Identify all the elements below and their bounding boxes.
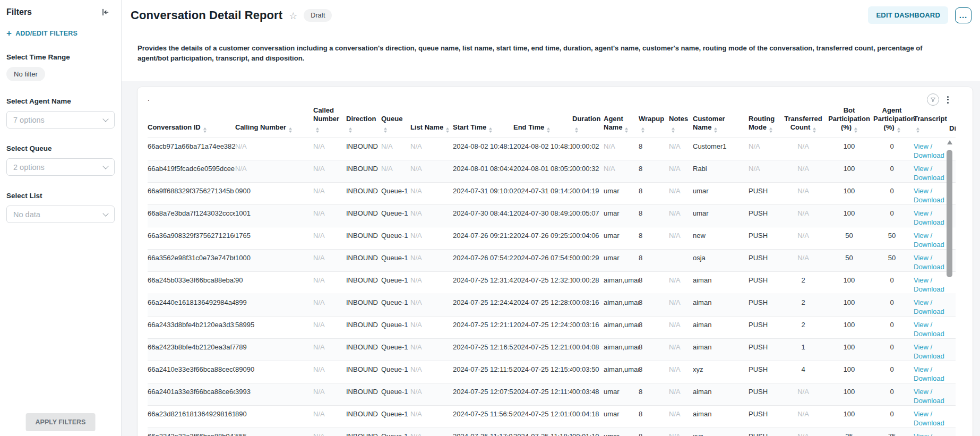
cell-routing_mode: N/A (749, 160, 781, 183)
column-header-bot_participation[interactable]: Bot Participation (%) (828, 106, 873, 138)
sort-icon[interactable] (897, 127, 900, 133)
column-header-duration[interactable]: Duration (572, 106, 604, 138)
download-transcript-link[interactable]: Download (914, 285, 946, 294)
cell-called_number: N/A (313, 406, 346, 428)
edit-dashboard-button[interactable]: EDIT DASHBOARD (868, 6, 948, 24)
cell-agent_participation: 0 (873, 183, 914, 205)
cell-called_number: N/A (313, 383, 346, 406)
sort-icon[interactable] (813, 127, 816, 133)
column-header-wrapup[interactable]: Wrapup (639, 106, 669, 138)
cell-notes: N/A (669, 383, 693, 406)
widget-kebab-icon[interactable] (944, 94, 951, 106)
cell-calling_number: 3993 (235, 383, 313, 406)
cell-wrapup: 8 (639, 294, 669, 317)
column-header-conversation_id[interactable]: Conversation ID (148, 106, 235, 138)
cell-duration: 00:00:29 (572, 250, 604, 272)
scroll-up-icon[interactable] (947, 140, 952, 144)
cell-queue: Queue-1 (381, 272, 410, 294)
cell-bot_participation: 100 (828, 160, 873, 183)
cell-transferred_count: 2 (781, 317, 828, 339)
cell-queue: Queue-1 (381, 183, 410, 205)
agent-name-select[interactable]: 7 options (6, 111, 115, 129)
view-transcript-link[interactable]: View / (914, 276, 946, 285)
sort-icon[interactable] (672, 127, 675, 133)
view-transcript-link[interactable]: View / (914, 409, 946, 418)
column-header-direction[interactable]: Direction (346, 106, 381, 138)
column-header-called_number[interactable]: Called Number (313, 106, 346, 138)
collapse-sidebar-icon[interactable] (101, 8, 109, 16)
queue-select[interactable]: 2 options (6, 158, 115, 176)
column-header-agent_participation[interactable]: Agent Participation (%) (873, 106, 914, 138)
sort-icon[interactable] (349, 127, 352, 133)
sort-icon[interactable] (641, 127, 644, 133)
download-transcript-link[interactable]: Download (914, 374, 946, 383)
cell-notes: N/A (669, 205, 693, 227)
sort-icon[interactable] (384, 127, 387, 133)
download-transcript-link[interactable]: Download (914, 195, 946, 204)
view-transcript-link[interactable]: View / (914, 432, 946, 436)
sort-icon[interactable] (916, 127, 919, 133)
column-header-customer_name[interactable]: Customer Name (693, 106, 749, 138)
view-transcript-link[interactable]: View / (914, 209, 946, 218)
sort-icon[interactable] (625, 127, 628, 133)
more-options-button[interactable]: ... (955, 7, 972, 23)
sort-icon[interactable] (289, 127, 292, 133)
column-header-transferred_count[interactable]: Transferred Count (781, 106, 828, 138)
view-transcript-link[interactable]: View / (914, 164, 946, 173)
apply-filters-button[interactable]: APPLY FILTERS (26, 413, 96, 431)
sort-icon[interactable] (547, 127, 550, 133)
view-transcript-link[interactable]: View / (914, 320, 946, 329)
cell-customer_name: aiman (693, 294, 749, 317)
view-transcript-link[interactable]: View / (914, 142, 946, 151)
add-edit-filters-button[interactable]: + ADD/EDIT FILTERS (6, 30, 78, 37)
cell-end_time: 2024-07-26 09:25:26 (513, 227, 572, 250)
column-header-calling_number[interactable]: Calling Number (235, 106, 313, 138)
download-transcript-link[interactable]: Download (914, 173, 946, 182)
view-transcript-link[interactable]: View / (914, 365, 946, 374)
download-transcript-link[interactable]: Download (914, 151, 946, 160)
cell-queue: Queue-1 (381, 294, 410, 317)
table-row: 66a2401a33e3f66bca88ce6c3993N/AINBOUNDQu… (148, 383, 956, 406)
table-scrollbar[interactable] (947, 140, 953, 436)
cell-routing_mode: PUSH (749, 406, 781, 428)
column-header-transcript[interactable]: Transcript (914, 106, 949, 138)
scrollbar-thumb[interactable] (947, 150, 952, 277)
column-header-list_name[interactable]: List Name (410, 106, 453, 138)
column-header-routing_mode[interactable]: Routing Mode (749, 106, 781, 138)
download-transcript-link[interactable]: Download (914, 396, 946, 405)
star-icon[interactable]: ☆ (289, 10, 297, 22)
view-transcript-link[interactable]: View / (914, 231, 946, 240)
column-header-agent_name[interactable]: Agent Name (604, 106, 639, 138)
view-transcript-link[interactable]: View / (914, 387, 946, 396)
sort-icon[interactable] (489, 127, 492, 133)
column-header-end_time[interactable]: End Time (513, 106, 572, 138)
cell-start_time: 2024-07-25 11:56:50 (453, 406, 513, 428)
view-transcript-link[interactable]: View / (914, 253, 946, 262)
cell-direction: INBOUND (346, 160, 381, 183)
sort-icon[interactable] (854, 127, 857, 133)
download-transcript-link[interactable]: Download (914, 262, 946, 271)
sort-icon[interactable] (316, 127, 319, 133)
cell-transcript: View /Download (914, 160, 949, 183)
sort-icon[interactable] (446, 127, 449, 133)
column-header-disposition[interactable]: Di (949, 106, 956, 138)
column-header-notes[interactable]: Notes (669, 106, 693, 138)
download-transcript-link[interactable]: Download (914, 329, 946, 338)
download-transcript-link[interactable]: Download (914, 218, 946, 227)
sort-icon[interactable] (714, 127, 717, 133)
sort-icon[interactable] (769, 127, 772, 133)
list-select[interactable]: No data (6, 206, 115, 223)
table-row: 66a2433d8bfe4b2120ea3d3158995N/AINBOUNDQ… (148, 317, 956, 339)
column-header-queue[interactable]: Queue (381, 106, 410, 138)
view-transcript-link[interactable]: View / (914, 186, 946, 195)
sort-icon[interactable] (203, 127, 207, 133)
column-header-start_time[interactable]: Start Time (453, 106, 513, 138)
download-transcript-link[interactable]: Download (914, 418, 946, 428)
download-transcript-link[interactable]: Download (914, 240, 946, 249)
view-transcript-link[interactable]: View / (914, 298, 946, 307)
sort-icon[interactable] (575, 127, 578, 133)
widget-filter-icon[interactable] (927, 93, 939, 106)
download-transcript-link[interactable]: Download (914, 352, 946, 361)
download-transcript-link[interactable]: Download (914, 307, 946, 316)
view-transcript-link[interactable]: View / (914, 343, 946, 352)
